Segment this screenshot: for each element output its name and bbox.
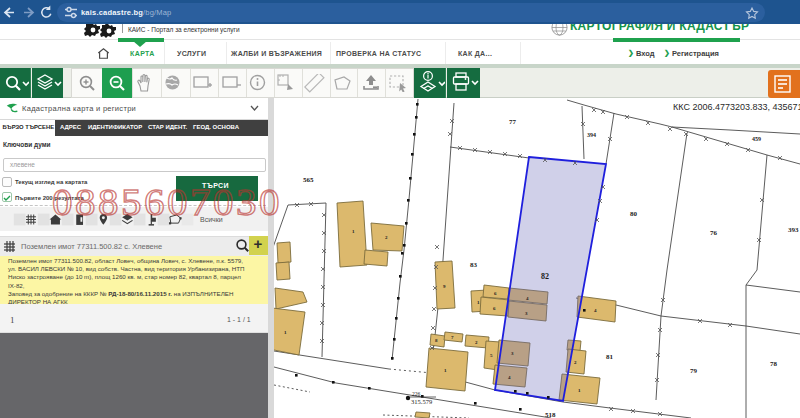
- svg-text:78: 78: [770, 360, 778, 368]
- svg-text:226: 226: [412, 391, 421, 397]
- svg-text:81: 81: [606, 353, 614, 361]
- svg-text:459: 459: [752, 136, 761, 142]
- svg-text:394: 394: [587, 132, 596, 138]
- svg-text:82: 82: [541, 272, 549, 281]
- svg-text:ККС 2006.4773203.833, 435671.6: ККС 2006.4773203.833, 435671.65: [673, 102, 800, 112]
- svg-text:565: 565: [303, 176, 314, 184]
- svg-text:80: 80: [630, 210, 638, 218]
- svg-text:77: 77: [509, 118, 517, 126]
- svg-text:83: 83: [470, 261, 478, 269]
- svg-text:518: 518: [545, 411, 556, 418]
- svg-text:315.579: 315.579: [411, 398, 432, 405]
- svg-text:79: 79: [690, 367, 698, 375]
- svg-text:393: 393: [788, 226, 799, 234]
- svg-text:76: 76: [710, 229, 718, 237]
